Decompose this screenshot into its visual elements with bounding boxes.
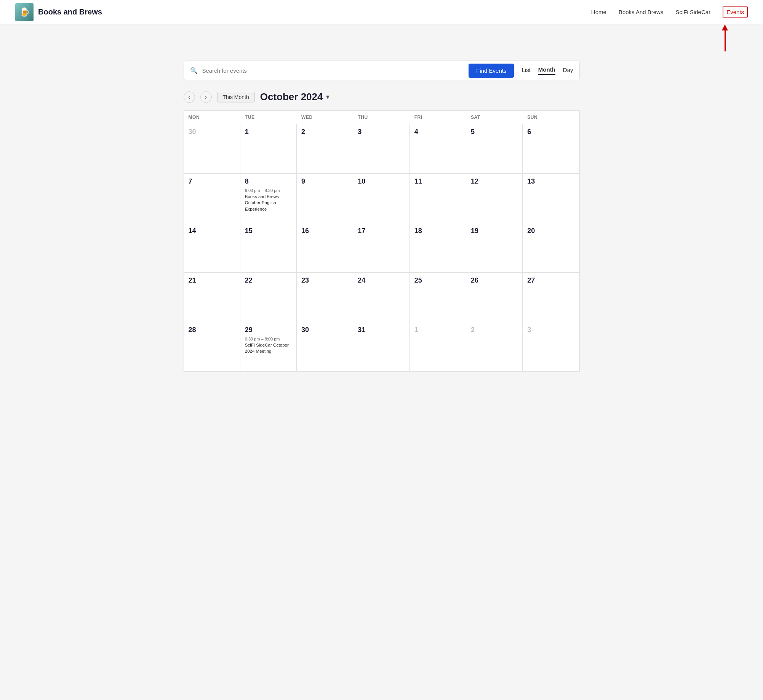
day-number: 2	[471, 326, 518, 334]
controls-bar: 🔍 Find Events List Month Day	[184, 61, 580, 80]
search-icon: 🔍	[190, 67, 198, 74]
calendar-cell[interactable]: 18	[410, 223, 466, 273]
site-logo: 🍺	[15, 3, 34, 21]
calendar-cell[interactable]: 16	[297, 223, 353, 273]
calendar-cell[interactable]: 17	[353, 223, 409, 273]
view-tabs: List Month Day	[521, 66, 573, 75]
tab-month[interactable]: Month	[538, 66, 555, 75]
calendar-cell[interactable]: 9	[297, 174, 353, 223]
calendar-cell[interactable]: 296:30 pm – 8:00 pmSciFI SideCar October…	[240, 322, 297, 372]
search-input[interactable]	[202, 67, 464, 74]
calendar-cell[interactable]: 26	[466, 273, 523, 322]
nav-home[interactable]: Home	[591, 9, 606, 15]
tab-list[interactable]: List	[521, 67, 530, 75]
calendar-cell[interactable]: 1	[410, 322, 466, 372]
calendar-cell[interactable]: 12	[466, 174, 523, 223]
calendar-cell[interactable]: 20	[523, 223, 579, 273]
calendar-cell[interactable]: 22	[240, 273, 297, 322]
day-number: 5	[471, 128, 518, 136]
day-number: 14	[189, 227, 235, 235]
day-number: 3	[527, 326, 574, 334]
calendar-cell[interactable]: 23	[297, 273, 353, 322]
event-title: Books and Brews October English Experien…	[245, 193, 292, 212]
day-number: 24	[358, 276, 405, 284]
day-number: 25	[414, 276, 461, 284]
day-number: 4	[414, 128, 461, 136]
calendar-cell[interactable]: 13	[523, 174, 579, 223]
calendar-cell[interactable]: 25	[410, 273, 466, 322]
day-header-fri: FRI	[410, 111, 466, 124]
day-number: 6	[527, 128, 574, 136]
event-title: SciFI SideCar October 2024 Meeting	[245, 342, 292, 354]
day-number: 22	[245, 276, 292, 284]
event-item[interactable]: 6:00 pm – 8:30 pmBooks and Brews October…	[245, 188, 292, 212]
event-item[interactable]: 6:30 pm – 8:00 pmSciFI SideCar October 2…	[245, 336, 292, 355]
day-number: 20	[527, 227, 574, 235]
calendar-cell[interactable]: 11	[410, 174, 466, 223]
day-number: 7	[189, 177, 235, 185]
month-title[interactable]: October 2024 ▾	[260, 91, 329, 103]
day-number: 3	[358, 128, 405, 136]
calendar-cell[interactable]: 3	[353, 124, 409, 174]
calendar-cell[interactable]: 2	[466, 322, 523, 372]
calendar-cell[interactable]: 21	[184, 273, 240, 322]
main-content: 🔍 Find Events List Month Day ‹ › This Mo…	[168, 53, 595, 387]
tab-day[interactable]: Day	[563, 67, 573, 75]
nav-books-and-brews[interactable]: Books And Brews	[619, 9, 664, 15]
day-number: 27	[527, 276, 574, 284]
calendar-grid: MON TUE WED THU FRI SAT SUN 30123456786:…	[184, 110, 580, 372]
calendar-cell[interactable]: 2	[297, 124, 353, 174]
day-header-sun: SUN	[523, 111, 579, 124]
calendar-cell[interactable]: 30	[297, 322, 353, 372]
calendar-body: 30123456786:00 pm – 8:30 pmBooks and Bre…	[184, 124, 579, 372]
calendar-cell[interactable]: 7	[184, 174, 240, 223]
chevron-down-icon: ▾	[326, 93, 329, 101]
day-header-thu: THU	[353, 111, 409, 124]
calendar-cell[interactable]: 5	[466, 124, 523, 174]
calendar-cell[interactable]: 3	[523, 322, 579, 372]
calendar-cell[interactable]: 27	[523, 273, 579, 322]
calendar-cell[interactable]: 6	[523, 124, 579, 174]
day-number: 21	[189, 276, 235, 284]
day-number: 8	[245, 177, 292, 185]
day-number: 16	[301, 227, 348, 235]
day-number: 30	[189, 128, 235, 136]
event-time: 6:00 pm – 8:30 pm	[245, 188, 292, 193]
nav-events[interactable]: Events	[723, 6, 748, 18]
site-header: 🍺 Books and Brews Home Books And Brews S…	[0, 0, 763, 24]
day-number: 29	[245, 326, 292, 334]
site-title: Books and Brews	[38, 8, 102, 16]
calendar-cell[interactable]: 19	[466, 223, 523, 273]
calendar-nav: ‹ › This Month October 2024 ▾	[184, 91, 580, 103]
day-number: 30	[301, 326, 348, 334]
calendar-cell[interactable]: 30	[184, 124, 240, 174]
calendar-cell[interactable]: 24	[353, 273, 409, 322]
calendar-cell[interactable]: 31	[353, 322, 409, 372]
next-month-button[interactable]: ›	[200, 91, 212, 103]
calendar-cell[interactable]: 28	[184, 322, 240, 372]
this-month-button[interactable]: This Month	[217, 92, 255, 102]
calendar-cell[interactable]: 14	[184, 223, 240, 273]
day-number: 18	[414, 227, 461, 235]
calendar-cell[interactable]: 4	[410, 124, 466, 174]
calendar-header: MON TUE WED THU FRI SAT SUN	[184, 111, 579, 124]
day-number: 15	[245, 227, 292, 235]
logo-area: 🍺 Books and Brews	[15, 3, 102, 21]
calendar-cell[interactable]: 10	[353, 174, 409, 223]
day-number: 17	[358, 227, 405, 235]
day-number: 1	[414, 326, 461, 334]
day-number: 12	[471, 177, 518, 185]
find-events-button[interactable]: Find Events	[469, 64, 514, 78]
day-number: 11	[414, 177, 461, 185]
calendar-cell[interactable]: 86:00 pm – 8:30 pmBooks and Brews Octobe…	[240, 174, 297, 223]
calendar-cell[interactable]: 15	[240, 223, 297, 273]
prev-month-button[interactable]: ‹	[184, 91, 195, 103]
nav-scifi-sidecar[interactable]: SciFi SideCar	[675, 9, 710, 15]
month-title-text: October 2024	[260, 91, 323, 103]
day-number: 13	[527, 177, 574, 185]
calendar-cell[interactable]: 1	[240, 124, 297, 174]
main-nav: Home Books And Brews SciFi SideCar Event…	[591, 6, 748, 18]
day-number: 26	[471, 276, 518, 284]
day-number: 28	[189, 326, 235, 334]
day-number: 10	[358, 177, 405, 185]
